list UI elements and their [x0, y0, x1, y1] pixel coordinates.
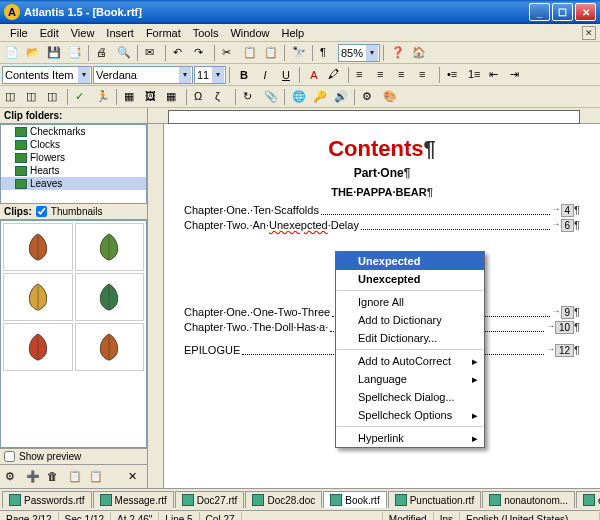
document-tab[interactable]: Punctuation.rtf	[388, 491, 481, 508]
copy-button[interactable]: 📋	[240, 44, 260, 62]
number-list-button[interactable]: 1≡	[465, 66, 485, 84]
clip-item[interactable]	[3, 223, 73, 271]
redo-button[interactable]: ↷	[191, 44, 211, 62]
context-menu-item[interactable]: Unexcepted	[336, 270, 484, 288]
maximize-button[interactable]: ☐	[552, 3, 573, 21]
save-all-button[interactable]: 📑	[65, 44, 85, 62]
tool-button[interactable]: 🎨	[380, 88, 400, 106]
tool-button[interactable]: ζ	[212, 88, 232, 106]
tool-button[interactable]: ▦	[121, 88, 141, 106]
document-tab[interactable]: Book.rtf	[323, 491, 386, 508]
style-combo[interactable]: Contents Item	[2, 66, 92, 84]
tool-button[interactable]: ▦	[163, 88, 183, 106]
tool-button[interactable]: ◫	[44, 88, 64, 106]
find-button[interactable]: 🔭	[289, 44, 309, 62]
save-button[interactable]: 💾	[44, 44, 64, 62]
align-left-button[interactable]: ≡	[353, 66, 373, 84]
horizontal-ruler[interactable]	[148, 108, 600, 124]
decrease-indent-button[interactable]: ⇤	[486, 66, 506, 84]
close-button[interactable]: ✕	[575, 3, 596, 21]
underline-button[interactable]: U	[276, 66, 296, 84]
folder-list[interactable]: Checkmarks Clocks Flowers Hearts Leaves	[0, 124, 147, 204]
tool-button[interactable]: 🖼	[142, 88, 162, 106]
print-button[interactable]: 🖨	[93, 44, 113, 62]
new-button[interactable]: 📄	[2, 44, 22, 62]
context-menu-item[interactable]: Language▸	[336, 370, 484, 388]
undo-button[interactable]: ↶	[170, 44, 190, 62]
context-menu-item[interactable]: Spellcheck Dialog...	[336, 388, 484, 406]
thumbnails-checkbox[interactable]	[36, 206, 47, 217]
tool-button[interactable]: 🔊	[331, 88, 351, 106]
context-menu-item[interactable]: Unexpected	[336, 252, 484, 270]
spellcheck-button[interactable]: ✓	[72, 88, 92, 106]
menu-view[interactable]: View	[65, 25, 101, 41]
document-tab[interactable]: Doc28.doc	[245, 491, 322, 508]
context-menu-item[interactable]: Add to AutoCorrect▸	[336, 352, 484, 370]
clip-tool-button[interactable]: 📋	[65, 468, 85, 486]
tool-button[interactable]: ◫	[2, 88, 22, 106]
align-right-button[interactable]: ≡	[395, 66, 415, 84]
document-tab[interactable]: Doc27.rtf	[175, 491, 245, 508]
folder-item[interactable]: Checkmarks	[1, 125, 146, 138]
status-language[interactable]: English (United States)	[460, 512, 600, 521]
folder-item[interactable]: Leaves	[1, 177, 146, 190]
clip-item[interactable]	[3, 273, 73, 321]
menu-help[interactable]: Help	[276, 25, 311, 41]
tool-button[interactable]: 🌐	[289, 88, 309, 106]
context-menu-item[interactable]: Spellcheck Options▸	[336, 406, 484, 424]
tool-button[interactable]: ↻	[240, 88, 260, 106]
align-center-button[interactable]: ≡	[374, 66, 394, 84]
document-tab[interactable]: Message.rtf	[93, 491, 174, 508]
show-preview-checkbox[interactable]	[4, 451, 15, 462]
menu-edit[interactable]: Edit	[34, 25, 65, 41]
italic-button[interactable]: I	[255, 66, 275, 84]
tool-button[interactable]: ◫	[23, 88, 43, 106]
document-tab[interactable]: Passwords.rtf	[2, 491, 92, 508]
font-color-button[interactable]: A	[304, 66, 324, 84]
menu-window[interactable]: Window	[224, 25, 275, 41]
menu-file[interactable]: File	[4, 25, 34, 41]
clip-tool-button[interactable]: ⚙	[2, 468, 22, 486]
document-tab[interactable]: english.txt	[576, 491, 600, 508]
align-justify-button[interactable]: ≡	[416, 66, 436, 84]
cut-button[interactable]: ✂	[219, 44, 239, 62]
email-button[interactable]: ✉	[142, 44, 162, 62]
help-button[interactable]: ❓	[388, 44, 408, 62]
context-menu-item[interactable]: Edit Dictionary...	[336, 329, 484, 347]
clip-item[interactable]	[75, 323, 145, 371]
mdi-close-button[interactable]: ✕	[582, 26, 596, 40]
font-combo[interactable]: Verdana	[93, 66, 193, 84]
minimize-button[interactable]: _	[529, 3, 550, 21]
tool-button[interactable]: Ω	[191, 88, 211, 106]
folder-item[interactable]: Flowers	[1, 151, 146, 164]
clip-item[interactable]	[3, 323, 73, 371]
folder-item[interactable]: Clocks	[1, 138, 146, 151]
misspelled-word[interactable]: Unexepcted	[269, 219, 328, 231]
clip-tool-button[interactable]: 🗑	[44, 468, 64, 486]
folder-item[interactable]: Hearts	[1, 164, 146, 177]
context-menu-item[interactable]: Add to Dictionary	[336, 311, 484, 329]
clip-tool-button[interactable]: ➕	[23, 468, 43, 486]
home-button[interactable]: 🏠	[409, 44, 429, 62]
menu-tools[interactable]: Tools	[187, 25, 225, 41]
bullet-list-button[interactable]: •≡	[444, 66, 464, 84]
menu-format[interactable]: Format	[140, 25, 187, 41]
highlight-button[interactable]: 🖍	[325, 66, 345, 84]
pilcrow-button[interactable]: ¶	[317, 44, 337, 62]
tool-button[interactable]: 📎	[261, 88, 281, 106]
context-menu-item[interactable]: Hyperlink▸	[336, 429, 484, 447]
clip-item[interactable]	[75, 273, 145, 321]
tool-button[interactable]: 🔑	[310, 88, 330, 106]
menu-insert[interactable]: Insert	[100, 25, 140, 41]
document-tab[interactable]: nonautonom...	[482, 491, 575, 508]
clip-item[interactable]	[75, 223, 145, 271]
vertical-ruler[interactable]	[148, 124, 164, 488]
open-button[interactable]: 📂	[23, 44, 43, 62]
bold-button[interactable]: B	[234, 66, 254, 84]
font-size-combo[interactable]: 11	[194, 66, 226, 84]
zoom-combo[interactable]: 85%	[338, 44, 380, 62]
tool-button[interactable]: ⚙	[359, 88, 379, 106]
paste-button[interactable]: 📋	[261, 44, 281, 62]
print-preview-button[interactable]: 🔍	[114, 44, 134, 62]
clip-tool-button[interactable]: 📋	[86, 468, 106, 486]
